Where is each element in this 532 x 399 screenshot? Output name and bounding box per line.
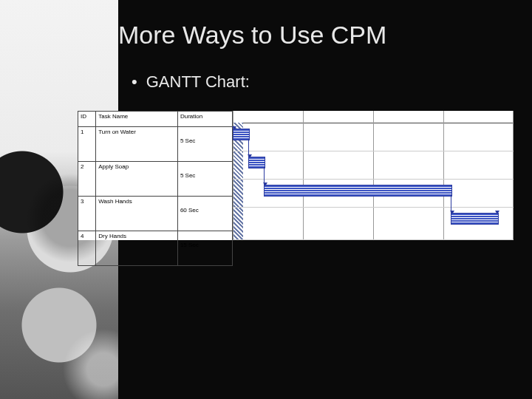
gantt-row [233,151,514,180]
task-table: ID Task Name Duration 1 Turn on Water 5 … [78,111,233,266]
gantt-chart [233,111,514,240]
gantt-bar-1 [233,129,250,140]
cell-duration: 60 Sec [177,197,232,231]
cell-id: 1 [78,127,96,162]
cell-name: Apply Soap [96,162,178,197]
dependency-link [264,167,265,185]
dependency-link [451,195,451,213]
cell-name: Wash Hands [96,197,178,231]
gantt-bar-4 [451,213,499,225]
gantt-bar-3 [264,185,452,197]
table-row: 3 Wash Hands 60 Sec [78,197,233,231]
cell-id: 4 [78,231,96,266]
gantt-row [233,123,514,151]
cell-name: Turn on Water [96,127,178,162]
dependency-link [248,139,249,157]
bullet-item: GANTT Chart: [132,72,250,92]
table-row: 2 Apply Soap 5 Sec [78,162,233,197]
gantt-bar-2 [248,157,265,168]
table-row: 4 Dry Hands 15 Sec [78,231,233,266]
cell-id: 3 [78,197,96,231]
slide-title: More Ways to Use CPM [118,21,386,50]
cell-name: Dry Hands [96,231,178,266]
cell-duration: 5 Sec [177,127,232,162]
col-name: Task Name [96,112,178,127]
cell-id: 2 [78,162,96,197]
col-id: ID [78,112,96,127]
cell-duration: 15 Sec [177,231,232,266]
table-header-row: ID Task Name Duration [78,112,233,127]
cell-duration: 5 Sec [177,162,232,197]
table-row: 1 Turn on Water 5 Sec [78,127,233,162]
gantt-panel: ID Task Name Duration 1 Turn on Water 5 … [78,111,514,240]
col-duration: Duration [177,112,232,127]
slide: More Ways to Use CPM GANTT Chart: ID Tas… [0,0,532,399]
